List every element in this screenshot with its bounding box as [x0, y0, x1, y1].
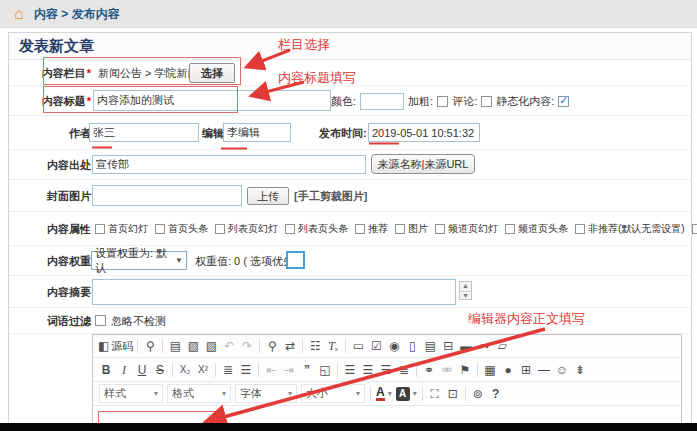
redo-icon[interactable]: ↷: [239, 337, 255, 355]
maximize-icon[interactable]: ⛶: [427, 385, 443, 403]
link-icon[interactable]: ⚭: [421, 361, 437, 379]
text-field-icon[interactable]: ▯: [404, 337, 420, 355]
about-icon[interactable]: ⊚: [470, 385, 486, 403]
indent-icon[interactable]: ⇥: [281, 361, 297, 379]
spinner-down-icon[interactable]: ▼: [460, 291, 471, 300]
button-field-icon[interactable]: ▬: [458, 337, 474, 355]
font-dropdown[interactable]: 字体▾: [235, 384, 297, 403]
size-dropdown[interactable]: 大小▾: [301, 384, 365, 403]
editor-input[interactable]: [223, 123, 291, 142]
publish-time-input[interactable]: [368, 123, 480, 142]
preview-icon[interactable]: ⚲: [142, 337, 158, 355]
manual-crop-hint[interactable]: [手工剪裁图片]: [294, 180, 367, 212]
paste-from-word-icon[interactable]: ▨: [203, 337, 219, 355]
source-label: 内容出处: [9, 150, 91, 180]
image-icon[interactable]: ▦: [482, 361, 498, 379]
image-button-icon[interactable]: ◖◗: [476, 337, 492, 355]
replace-icon[interactable]: ⇄: [282, 337, 298, 355]
styles-dropdown[interactable]: 样式▾: [99, 384, 163, 403]
textarea-field-icon[interactable]: ▤: [422, 337, 438, 355]
home-icon[interactable]: ⌂: [14, 0, 24, 28]
annotation-title-fill: 内容标题填写: [278, 69, 356, 87]
bold-checkbox[interactable]: [437, 96, 448, 107]
attribute-checkbox[interactable]: [575, 224, 585, 234]
new-page-icon[interactable]: ▤: [167, 337, 183, 355]
spinner-up-icon[interactable]: ▲: [460, 282, 471, 291]
div-container-icon[interactable]: ◱: [317, 361, 333, 379]
select-all-icon[interactable]: ☷: [307, 337, 323, 355]
summary-spinner[interactable]: ▲▼: [459, 281, 472, 300]
table-icon[interactable]: ⊞: [518, 361, 534, 379]
blockquote-icon[interactable]: ”: [299, 361, 315, 379]
bulleted-list-icon[interactable]: ☰: [238, 361, 254, 379]
bold-label: 加粗:: [408, 94, 433, 109]
unlink-icon[interactable]: ⚮: [439, 361, 455, 379]
attribute-checkbox[interactable]: [95, 224, 105, 234]
weight-value-input[interactable]: [286, 251, 305, 269]
attribute-checkbox[interactable]: [505, 224, 515, 234]
toolbar-separator: [302, 339, 303, 353]
attribute-checkbox[interactable]: [155, 224, 165, 234]
align-right-icon[interactable]: ☰: [378, 361, 394, 379]
comment-checkbox[interactable]: [481, 96, 492, 107]
paste-icon[interactable]: ▧: [185, 337, 201, 355]
source-input[interactable]: [92, 155, 366, 174]
flash-icon[interactable]: ●: [500, 361, 516, 379]
outdent-icon[interactable]: ⇤: [263, 361, 279, 379]
help-icon[interactable]: ?: [488, 385, 504, 403]
italic-icon[interactable]: I: [116, 361, 132, 379]
attribute-option: 图片: [395, 222, 428, 236]
title-input[interactable]: [93, 90, 331, 111]
attribute-checkbox[interactable]: [285, 224, 295, 234]
justify-icon[interactable]: ≣: [396, 361, 412, 379]
underline-icon[interactable]: U: [134, 361, 150, 379]
attribute-option: 首页头条: [155, 222, 208, 236]
smiley-icon[interactable]: ☺: [554, 361, 570, 379]
column-select-button[interactable]: 选择: [189, 63, 235, 83]
remove-format-icon[interactable]: Tₓ: [325, 337, 341, 355]
checkbox-field-icon[interactable]: ☑: [368, 337, 384, 355]
breadcrumb[interactable]: 内容 > 发布内容: [34, 0, 120, 28]
source-icon[interactable]: ◧源码: [98, 337, 133, 355]
show-blocks-icon[interactable]: ⊡: [445, 385, 461, 403]
undo-icon[interactable]: ↶: [221, 337, 237, 355]
ignore-check-checkbox[interactable]: [95, 315, 106, 326]
upload-button[interactable]: 上传: [247, 187, 289, 205]
anchor-icon[interactable]: ⚑: [457, 361, 473, 379]
attribute-label: 频道页头条: [518, 222, 568, 236]
bg-color-icon[interactable]: A▾: [396, 387, 417, 401]
publish-time-label: 发布时间:: [319, 116, 367, 150]
align-left-icon[interactable]: ☰: [342, 361, 358, 379]
select-field-icon[interactable]: ⊟: [440, 337, 456, 355]
find-icon[interactable]: ⚲: [264, 337, 280, 355]
attribute-checkbox[interactable]: [435, 224, 445, 234]
text-color-icon[interactable]: A▾: [376, 387, 392, 401]
attribute-checkbox[interactable]: [215, 224, 225, 234]
source-name-url-button[interactable]: 来源名称|来源URL: [371, 154, 475, 174]
attribute-checkbox[interactable]: [692, 224, 697, 234]
hidden-field-icon[interactable]: ▱: [494, 337, 510, 355]
superscript-icon[interactable]: X²: [195, 361, 211, 379]
form-icon[interactable]: ▭: [350, 337, 366, 355]
align-center-icon[interactable]: ☰: [360, 361, 376, 379]
attribute-checkbox[interactable]: [355, 224, 365, 234]
format-dropdown[interactable]: 格式▾: [167, 384, 231, 403]
horizontal-rule-icon[interactable]: ―: [536, 361, 552, 379]
static-label: 静态化内容:: [496, 94, 554, 109]
radio-button-icon[interactable]: ◉: [386, 337, 402, 355]
strikethrough-icon[interactable]: S: [152, 361, 168, 379]
ignore-check-label: 忽略不检测: [111, 308, 166, 334]
page-break-icon[interactable]: ⇟: [572, 361, 588, 379]
summary-textarea[interactable]: [92, 279, 456, 305]
static-checkbox[interactable]: [558, 96, 569, 107]
bold-icon[interactable]: B: [98, 361, 114, 379]
attribute-label: 非推荐(默认无需设置): [588, 222, 685, 236]
attribute-checkbox[interactable]: [395, 224, 405, 234]
author-input[interactable]: [89, 123, 199, 142]
color-input[interactable]: [360, 93, 404, 110]
toolbar-separator: [172, 363, 173, 377]
cover-input[interactable]: [92, 185, 242, 206]
weight-select[interactable]: 设置权重为: 默认▼: [91, 251, 187, 270]
subscript-icon[interactable]: X₂: [177, 361, 193, 379]
numbered-list-icon[interactable]: ≣: [220, 361, 236, 379]
